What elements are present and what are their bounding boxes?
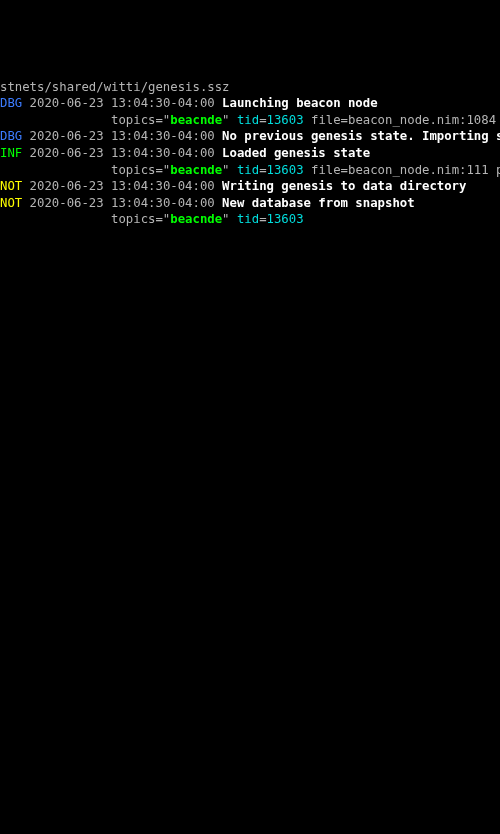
log-segment: beacnde <box>170 212 222 226</box>
log-segment: 2020-06-23 13:04:30-04:00 <box>22 146 222 160</box>
log-segment: tid <box>237 212 259 226</box>
log-segment: stnets/shared/witti/genesis.ssz <box>0 80 230 94</box>
log-segment: 2020-06-23 13:04:30-04:00 <box>22 129 222 143</box>
log-segment: Writing genesis to data directory <box>222 179 466 193</box>
log-segment: file=beacon_node.nim:1084 <box>304 113 500 127</box>
log-segment: topics=" <box>0 163 170 177</box>
log-segment: tid <box>237 163 259 177</box>
log-segment: " <box>222 212 237 226</box>
log-segment: No previous genesis state. Importing sna… <box>222 129 500 143</box>
log-segment: beacnde <box>170 113 222 127</box>
log-segment: 13603 <box>267 212 304 226</box>
log-segment: = <box>259 113 266 127</box>
log-segment: DBG <box>0 96 22 110</box>
log-segment: DBG <box>0 129 22 143</box>
log-segment: 2020-06-23 13:04:30-04:00 <box>22 179 222 193</box>
log-segment: 2020-06-23 13:04:30-04:00 <box>22 196 222 210</box>
log-segment: INF <box>0 146 22 160</box>
log-segment: 2020-06-23 13:04:30-04:00 <box>22 96 222 110</box>
log-segment: Launching beacon node <box>222 96 377 110</box>
log-segment: topics=" <box>0 113 170 127</box>
log-segment: = <box>259 163 266 177</box>
log-segment: Loaded genesis state <box>222 146 370 160</box>
log-segment: 13603 <box>267 113 304 127</box>
log-segment: " <box>222 163 237 177</box>
log-segment: tid <box>237 113 259 127</box>
log-segment <box>304 212 311 226</box>
log-segment: file=beacon_node.nim:111 path=/root/nim-… <box>304 163 500 177</box>
terminal-output: stnets/shared/witti/genesis.ssz DBG 2020… <box>0 79 500 228</box>
log-segment: topics=" <box>0 212 170 226</box>
log-segment: topics=" <box>466 179 500 193</box>
log-segment: beacnde <box>170 163 222 177</box>
log-segment: NOT <box>0 179 22 193</box>
log-segment: " <box>222 113 237 127</box>
log-segment: New database from snapshot <box>222 196 415 210</box>
log-segment: NOT <box>0 196 22 210</box>
log-segment: = <box>259 212 266 226</box>
log-segment: 13603 <box>267 163 304 177</box>
